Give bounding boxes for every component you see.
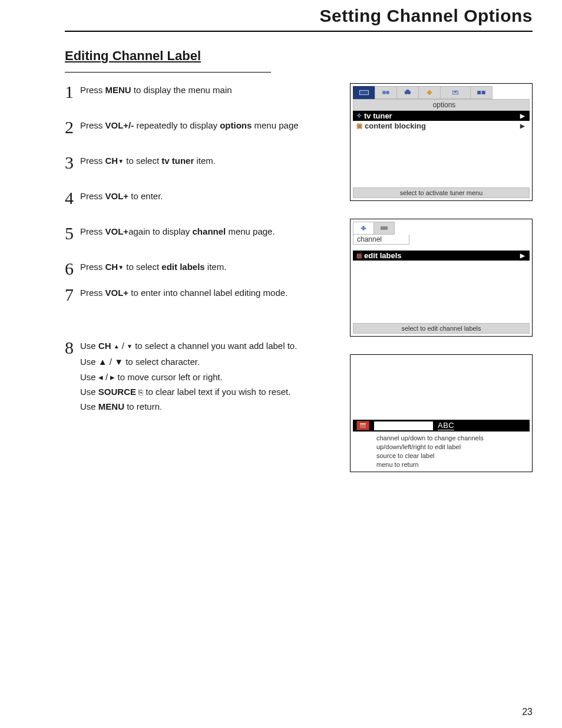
step-number: 4 <box>65 189 80 207</box>
text: to enter into channel label editing mode… <box>128 288 287 298</box>
text: Press <box>80 120 105 130</box>
page-title: Setting Channel Options <box>65 6 533 26</box>
keyword-options: options <box>220 120 252 130</box>
help-text: channel up/down to change channels up/do… <box>351 431 532 472</box>
keyword-channel: channel <box>193 226 226 236</box>
svg-rect-9 <box>482 91 485 94</box>
svg-point-2 <box>386 91 389 94</box>
tab-row <box>353 222 530 235</box>
status-bar: select to edit channel labels <box>353 323 530 334</box>
tab-other-icon <box>373 222 395 235</box>
text: to clear label text if you wish to reset… <box>143 387 290 397</box>
status-bar: select to activate tuner menu <box>353 187 530 198</box>
text: item. <box>205 262 227 272</box>
keyword-ch: CH <box>98 341 111 351</box>
instruction-steps: 1 Press MENU to display the menu main 2 … <box>65 83 336 432</box>
svg-point-1 <box>382 91 386 94</box>
tab-icon-6 <box>470 86 492 99</box>
keyword-ch: CH <box>105 156 118 166</box>
text: to select <box>124 262 161 272</box>
text: Press <box>80 288 105 298</box>
arrow-right-icon: ▶ <box>520 123 525 129</box>
bulb-icon: ✧ <box>356 112 362 120</box>
triangle-down-icon: ▼ <box>127 343 133 350</box>
text: Press <box>80 85 105 95</box>
keyword-source: SOURCE <box>98 387 136 397</box>
tab-row <box>353 86 530 99</box>
step-2: 2 Press VOL+/- repeatedly to display opt… <box>65 118 336 136</box>
step-6: 6 Press CH▼ to select edit labels item. <box>65 260 336 278</box>
tab-caption-channel: channel <box>353 235 409 245</box>
keyword-vol-plus: VOL+ <box>105 226 129 236</box>
keyword-ch: CH <box>105 262 118 272</box>
step-8: 8 Use CH ▲ / ▼ to select a channel you w… <box>65 339 336 414</box>
step-1: 1 Press MENU to display the menu main <box>65 83 336 101</box>
page-number: 23 <box>522 707 533 717</box>
keyword-vol-plus: VOL+ <box>105 288 129 298</box>
step-number: 5 <box>65 225 80 242</box>
svg-rect-7 <box>454 91 457 93</box>
svg-rect-12 <box>381 226 388 230</box>
help-line: menu to return <box>376 460 532 469</box>
screenshot-options-menu: options ✧tv tuner ▶ ▣content blocking ▶ … <box>350 83 533 201</box>
text: to enter. <box>128 191 163 201</box>
screenshot-label-editor: ABC channel up/down to change channels u… <box>350 354 533 472</box>
keyword-menu: MENU <box>105 85 131 95</box>
help-line: up/down/left/right to edit label <box>376 443 532 452</box>
text: item. <box>194 156 216 166</box>
svg-point-5 <box>406 90 409 93</box>
menu-item-edit-labels: ▤edit labels ▶ <box>353 251 530 261</box>
arrow-right-icon: ▶ <box>520 252 525 259</box>
menu-label: edit labels <box>364 251 402 260</box>
text: again to display <box>128 226 192 236</box>
triangle-down-icon: ▼ <box>118 158 124 164</box>
step-number: 1 <box>65 83 80 101</box>
label-preview: ABC <box>438 421 454 430</box>
list-icon: ▤ <box>356 252 362 259</box>
text: Use <box>80 387 98 397</box>
tab-icon-4 <box>418 86 441 99</box>
tab-icon-3 <box>396 86 419 99</box>
text: Press <box>80 226 105 236</box>
step-number: 6 <box>65 260 80 278</box>
tab-icon-1 <box>353 86 375 99</box>
help-line: source to clear label <box>376 452 532 460</box>
step-8-line3: Use ◂ / ▸ to move cursor left or right. <box>80 370 336 384</box>
tab-caption-options: options <box>353 99 530 111</box>
step-5: 5 Press VOL+again to display channel men… <box>65 225 336 242</box>
text: to select <box>124 156 161 166</box>
keyword-vol-plus: VOL+ <box>105 191 129 201</box>
triangle-down-icon: ▼ <box>118 264 124 271</box>
text: to select a channel you want add label t… <box>133 341 297 351</box>
screenshot-channel-menu: channel ▤edit labels ▶ select to edit ch… <box>350 219 533 337</box>
tab-icon-5 <box>440 86 471 99</box>
step-4: 4 Press VOL+ to enter. <box>65 189 336 207</box>
text: Press <box>80 191 105 201</box>
text: Press <box>80 156 105 166</box>
text: menu page <box>252 120 298 130</box>
keyword-vol: VOL+/- <box>105 120 134 130</box>
text: to display the menu main <box>131 85 232 95</box>
menu-label: content blocking <box>365 121 426 130</box>
screenshot-column: options ✧tv tuner ▶ ▣content blocking ▶ … <box>350 83 533 490</box>
keyword-tv-tuner: tv tuner <box>161 156 194 166</box>
text: to return. <box>124 401 162 411</box>
step-3: 3 Press CH▼ to select tv tuner item. <box>65 154 336 172</box>
menu-label: tv tuner <box>364 111 392 120</box>
title-rule <box>65 31 533 32</box>
tab-icon-2 <box>375 86 397 99</box>
tab-channel-icon <box>353 222 374 235</box>
label-edit-row: ABC <box>353 420 530 431</box>
text: repeatedly to display <box>134 120 220 130</box>
menu-item-tv-tuner: ✧tv tuner ▶ <box>353 111 530 121</box>
channel-chip-icon <box>356 421 369 430</box>
triangle-up-icon: ▲ <box>114 343 120 350</box>
section-rule <box>65 72 271 73</box>
step-number: 7 <box>65 286 80 304</box>
step-7: 7 Press VOL+ to enter into channel label… <box>65 286 336 304</box>
keyword-edit-labels: edit labels <box>161 262 204 272</box>
text: menu page. <box>226 226 275 236</box>
arrow-right-icon: ▶ <box>520 113 525 119</box>
step-number: 8 <box>65 339 80 357</box>
svg-rect-0 <box>360 90 369 95</box>
